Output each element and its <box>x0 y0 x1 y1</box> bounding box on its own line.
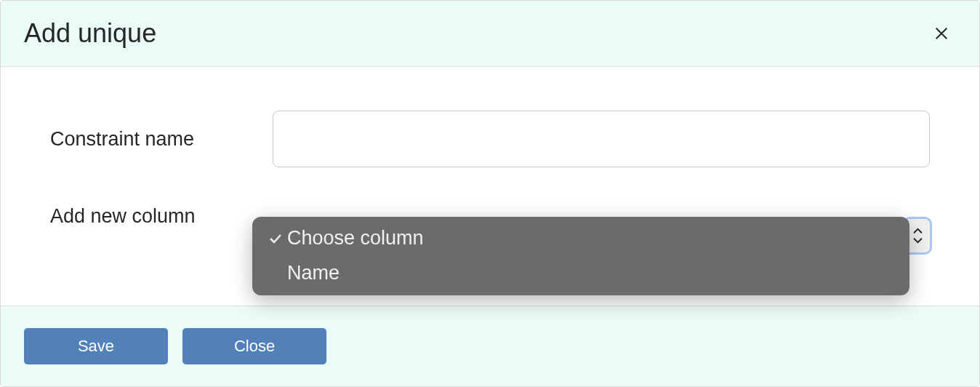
save-button[interactable]: Save <box>24 328 168 364</box>
close-button[interactable]: Close <box>182 328 326 364</box>
dialog-body: Constraint name Add new column <box>1 67 979 306</box>
constraint-name-row: Constraint name <box>50 111 930 167</box>
check-icon <box>268 231 287 246</box>
constraint-name-label: Constraint name <box>50 128 273 151</box>
add-column-label: Add new column <box>50 205 273 228</box>
add-column-row: Add new column Choose column <box>50 205 930 228</box>
dialog-title: Add unique <box>24 18 156 49</box>
option-label: Choose column <box>287 227 893 250</box>
column-option-name[interactable]: Name <box>252 256 909 291</box>
column-option-choose[interactable]: Choose column <box>252 221 909 256</box>
column-dropdown-panel: Choose column Name <box>252 217 909 295</box>
add-unique-dialog: Add unique Constraint name Add new colum… <box>0 0 980 387</box>
dialog-header: Add unique <box>1 1 979 67</box>
dialog-footer: Save Close <box>1 306 979 386</box>
option-label: Name <box>287 262 893 284</box>
close-icon[interactable] <box>933 25 950 42</box>
constraint-name-input[interactable] <box>273 111 930 167</box>
